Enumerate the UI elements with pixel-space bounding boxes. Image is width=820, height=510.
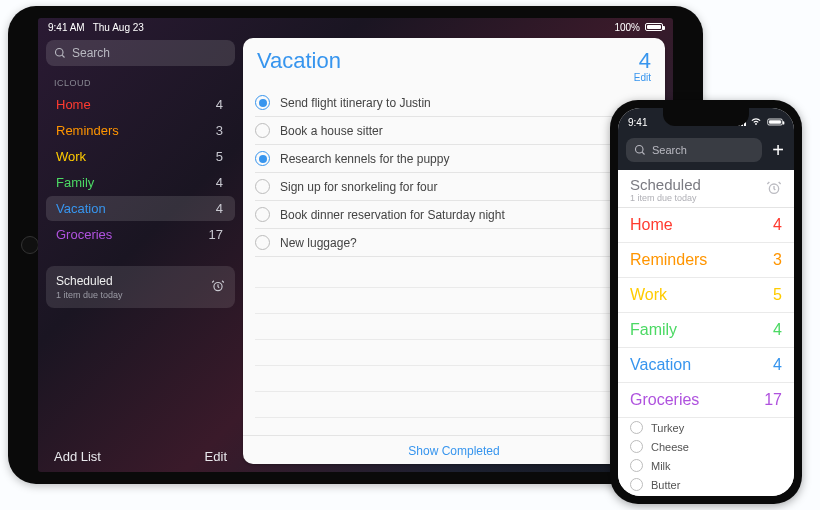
sidebar: Search ICLOUD Home4Reminders3Work5Family… [38, 36, 243, 472]
add-button[interactable]: + [770, 140, 786, 160]
reminder-item[interactable]: New luggage? [255, 229, 653, 257]
ipad-home-button[interactable] [21, 236, 39, 254]
list-count: 4 [216, 201, 223, 216]
svg-point-0 [56, 49, 64, 57]
sidebar-list-item[interactable]: Work5 [46, 144, 235, 169]
section-label: ICLOUD [54, 78, 231, 88]
search-placeholder: Search [72, 46, 110, 60]
wifi-icon [750, 117, 762, 128]
reminder-item[interactable]: Milk [618, 456, 794, 475]
search-input[interactable]: Search [46, 40, 235, 66]
scheduled-title: Scheduled [630, 176, 766, 193]
alarm-icon [211, 279, 225, 296]
ipad-screen: 9:41 AM Thu Aug 23 100% Search ICLOUD Ho… [38, 18, 673, 472]
reminder-checkbox[interactable] [630, 421, 643, 434]
list-row[interactable]: Home4 [618, 208, 794, 243]
reminder-checkbox[interactable] [630, 459, 643, 472]
reminder-text: Sign up for snorkeling for four [280, 180, 437, 194]
sidebar-list-item[interactable]: Home4 [46, 92, 235, 117]
list-name: Groceries [630, 391, 699, 409]
reminder-checkbox[interactable] [630, 440, 643, 453]
reminder-text: Turkey [651, 422, 684, 434]
reminder-item[interactable]: Research kennels for the puppy [255, 145, 653, 173]
add-list-button[interactable]: Add List [54, 449, 101, 464]
list-name: Groceries [56, 227, 112, 242]
reminder-item[interactable]: Sign up for snorkeling for four [255, 173, 653, 201]
alarm-icon [766, 180, 782, 200]
list-count: 4 [634, 48, 651, 74]
reminder-text: New luggage? [280, 236, 357, 250]
status-date: Thu Aug 23 [93, 22, 144, 33]
reminder-item[interactable]: Book dinner reservation for Saturday nig… [255, 201, 653, 229]
reminder-checkbox[interactable] [255, 123, 270, 138]
reminder-text: Book dinner reservation for Saturday nig… [280, 208, 505, 222]
reminder-item[interactable]: Butter [618, 475, 794, 494]
empty-ruled-area[interactable] [255, 262, 653, 435]
list-count: 4 [216, 175, 223, 190]
list-name: Vacation [630, 356, 691, 374]
list-count: 4 [216, 97, 223, 112]
ipad-device: 9:41 AM Thu Aug 23 100% Search ICLOUD Ho… [8, 6, 703, 484]
battery-icon [645, 23, 663, 31]
battery-icon [767, 119, 782, 126]
reminder-item[interactable]: Send flight itinerary to Justin [255, 89, 653, 117]
reminder-text: Cheese [651, 441, 689, 453]
scheduled-card[interactable]: Scheduled 1 item due today [46, 266, 235, 308]
reminder-text: Book a house sitter [280, 124, 383, 138]
list-count: 3 [216, 123, 223, 138]
list-name: Work [630, 286, 667, 304]
list-row[interactable]: Vacation4 [618, 348, 794, 383]
reminder-text: Research kennels for the puppy [280, 152, 449, 166]
list-row[interactable]: Family4 [618, 313, 794, 348]
sidebar-list-item[interactable]: Reminders3 [46, 118, 235, 143]
show-completed-button[interactable]: Show Completed [243, 435, 665, 464]
battery-percent: 100% [614, 22, 640, 33]
sidebar-list-item[interactable]: Family4 [46, 170, 235, 195]
scheduled-subtitle: 1 item due today [630, 193, 766, 203]
reminders-detail-panel: Vacation 4 Edit Send flight itinerary to… [243, 38, 665, 464]
scheduled-subtitle: 1 item due today [56, 290, 211, 300]
list-count: 4 [773, 216, 782, 234]
list-name: Vacation [56, 201, 106, 216]
search-input[interactable]: Search [626, 138, 762, 162]
ipad-status-bar: 9:41 AM Thu Aug 23 100% [38, 18, 673, 36]
list-row[interactable]: Work5 [618, 278, 794, 313]
reminder-checkbox[interactable] [255, 151, 270, 166]
search-icon [54, 47, 66, 59]
sidebar-list-item[interactable]: Groceries17 [46, 222, 235, 247]
list-count: 5 [773, 286, 782, 304]
reminder-checkbox[interactable] [255, 179, 270, 194]
list-count: 5 [216, 149, 223, 164]
reminder-text: Milk [651, 460, 671, 472]
reminder-checkbox[interactable] [630, 478, 643, 491]
list-count: 3 [773, 251, 782, 269]
list-row[interactable]: Groceries17 [618, 383, 794, 418]
iphone-notch [663, 108, 749, 126]
scheduled-row[interactable]: Scheduled 1 item due today [618, 170, 794, 208]
iphone-screen: 9:41 Search + Scheduled 1 item due today [618, 108, 794, 496]
list-name: Home [56, 97, 91, 112]
list-name: Home [630, 216, 673, 234]
reminder-item[interactable]: Turkey [618, 418, 794, 437]
reminder-item[interactable]: Book a house sitter [255, 117, 653, 145]
list-name: Reminders [56, 123, 119, 138]
svg-line-4 [642, 152, 644, 154]
list-count: 17 [209, 227, 223, 242]
list-count: 17 [764, 391, 782, 409]
list-name: Work [56, 149, 86, 164]
sidebar-list-item[interactable]: Vacation4 [46, 196, 235, 221]
list-edit-button[interactable]: Edit [634, 72, 651, 83]
list-title: Vacation [257, 48, 634, 74]
list-name: Family [56, 175, 94, 190]
edit-button[interactable]: Edit [205, 449, 227, 464]
reminder-checkbox[interactable] [255, 207, 270, 222]
status-time: 9:41 [628, 117, 647, 128]
reminder-item[interactable]: Cheese [618, 437, 794, 456]
list-row[interactable]: Reminders3 [618, 243, 794, 278]
list-count: 4 [773, 356, 782, 374]
list-name: Reminders [630, 251, 707, 269]
reminder-checkbox[interactable] [255, 235, 270, 250]
svg-line-1 [62, 55, 64, 57]
reminder-checkbox[interactable] [255, 95, 270, 110]
search-icon [634, 144, 646, 156]
